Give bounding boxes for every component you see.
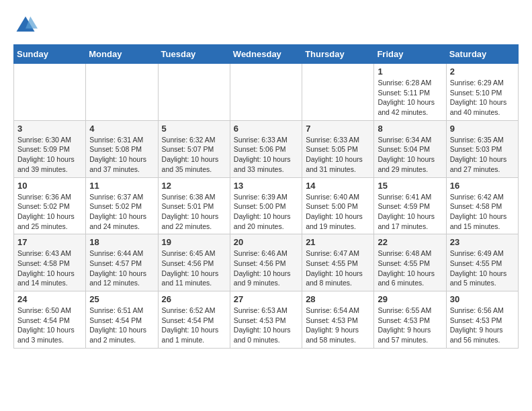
day-info: Sunrise: 6:28 AMSunset: 5:11 PMDaylight:… (378, 78, 442, 118)
day-info: Sunrise: 6:34 AMSunset: 5:04 PMDaylight:… (378, 135, 442, 175)
calendar: SundayMondayTuesdayWednesdayThursdayFrid… (13, 44, 519, 349)
day-number: 17 (17, 237, 82, 247)
day-number: 10 (17, 181, 82, 191)
calendar-cell: 23Sunrise: 6:49 AMSunset: 4:55 PMDayligh… (446, 234, 518, 291)
day-number: 12 (162, 181, 226, 191)
day-info: Sunrise: 6:49 AMSunset: 4:55 PMDaylight:… (450, 248, 515, 288)
day-info: Sunrise: 6:29 AMSunset: 5:10 PMDaylight:… (450, 78, 515, 118)
day-number: 24 (17, 294, 82, 304)
calendar-cell: 2Sunrise: 6:29 AMSunset: 5:10 PMDaylight… (446, 64, 518, 121)
day-info: Sunrise: 6:37 AMSunset: 5:02 PMDaylight:… (89, 192, 154, 232)
day-info: Sunrise: 6:36 AMSunset: 5:02 PMDaylight:… (17, 192, 82, 232)
calendar-cell: 13Sunrise: 6:39 AMSunset: 5:00 PMDayligh… (230, 177, 302, 234)
calendar-week-row: 24Sunrise: 6:50 AMSunset: 4:54 PMDayligh… (14, 291, 519, 349)
logo (13, 13, 42, 38)
day-number: 30 (450, 294, 515, 304)
day-number: 28 (306, 294, 370, 304)
calendar-cell: 28Sunrise: 6:54 AMSunset: 4:53 PMDayligh… (302, 291, 374, 349)
day-info: Sunrise: 6:53 AMSunset: 4:53 PMDaylight:… (234, 306, 298, 345)
day-info: Sunrise: 6:48 AMSunset: 4:55 PMDaylight:… (378, 248, 442, 288)
day-number: 1 (378, 66, 442, 77)
day-number: 21 (306, 237, 370, 247)
day-info: Sunrise: 6:40 AMSunset: 5:00 PMDaylight:… (306, 192, 370, 232)
day-info: Sunrise: 6:39 AMSunset: 5:00 PMDaylight:… (234, 192, 298, 232)
calendar-cell: 18Sunrise: 6:44 AMSunset: 4:57 PMDayligh… (86, 234, 158, 291)
calendar-cell: 11Sunrise: 6:37 AMSunset: 5:02 PMDayligh… (86, 177, 158, 234)
calendar-week-row: 10Sunrise: 6:36 AMSunset: 5:02 PMDayligh… (14, 177, 519, 234)
calendar-week-row: 3Sunrise: 6:30 AMSunset: 5:09 PMDaylight… (14, 120, 519, 177)
calendar-week-row: 1Sunrise: 6:28 AMSunset: 5:11 PMDaylight… (14, 64, 519, 121)
day-number: 3 (17, 124, 82, 134)
day-info: Sunrise: 6:47 AMSunset: 4:55 PMDaylight:… (306, 248, 370, 288)
day-number: 26 (162, 294, 226, 304)
day-number: 14 (306, 181, 370, 191)
calendar-cell (230, 64, 302, 121)
day-info: Sunrise: 6:51 AMSunset: 4:54 PMDaylight:… (89, 306, 154, 345)
calendar-cell (14, 64, 86, 121)
calendar-cell: 9Sunrise: 6:35 AMSunset: 5:03 PMDaylight… (446, 120, 518, 177)
calendar-cell (158, 64, 230, 121)
calendar-cell: 26Sunrise: 6:52 AMSunset: 4:54 PMDayligh… (158, 291, 230, 349)
calendar-cell: 8Sunrise: 6:34 AMSunset: 5:04 PMDaylight… (374, 120, 446, 177)
day-number: 2 (450, 66, 515, 77)
calendar-cell: 29Sunrise: 6:55 AMSunset: 4:53 PMDayligh… (374, 291, 446, 349)
day-info: Sunrise: 6:55 AMSunset: 4:53 PMDaylight:… (378, 306, 442, 345)
day-info: Sunrise: 6:33 AMSunset: 5:06 PMDaylight:… (234, 135, 298, 175)
calendar-cell: 15Sunrise: 6:41 AMSunset: 4:59 PMDayligh… (374, 177, 446, 234)
day-info: Sunrise: 6:50 AMSunset: 4:54 PMDaylight:… (17, 306, 82, 345)
day-info: Sunrise: 6:54 AMSunset: 4:53 PMDaylight:… (306, 306, 370, 345)
day-number: 25 (89, 294, 154, 304)
day-info: Sunrise: 6:46 AMSunset: 4:56 PMDaylight:… (234, 248, 298, 288)
day-number: 15 (378, 181, 442, 191)
calendar-cell: 24Sunrise: 6:50 AMSunset: 4:54 PMDayligh… (14, 291, 86, 349)
calendar-cell: 22Sunrise: 6:48 AMSunset: 4:55 PMDayligh… (374, 234, 446, 291)
weekday-header: Saturday (446, 45, 518, 64)
weekday-header: Monday (86, 45, 158, 64)
weekday-header: Tuesday (158, 45, 230, 64)
day-info: Sunrise: 6:32 AMSunset: 5:07 PMDaylight:… (162, 135, 226, 175)
day-info: Sunrise: 6:42 AMSunset: 4:58 PMDaylight:… (450, 192, 515, 232)
calendar-week-row: 17Sunrise: 6:43 AMSunset: 4:58 PMDayligh… (14, 234, 519, 291)
calendar-cell: 1Sunrise: 6:28 AMSunset: 5:11 PMDaylight… (374, 64, 446, 121)
weekday-header: Friday (374, 45, 446, 64)
weekday-header: Wednesday (230, 45, 302, 64)
calendar-cell: 20Sunrise: 6:46 AMSunset: 4:56 PMDayligh… (230, 234, 302, 291)
calendar-cell: 25Sunrise: 6:51 AMSunset: 4:54 PMDayligh… (86, 291, 158, 349)
day-info: Sunrise: 6:44 AMSunset: 4:57 PMDaylight:… (89, 248, 154, 288)
day-info: Sunrise: 6:45 AMSunset: 4:56 PMDaylight:… (162, 248, 226, 288)
day-number: 8 (378, 124, 442, 134)
weekday-header: Sunday (14, 45, 86, 64)
calendar-cell: 17Sunrise: 6:43 AMSunset: 4:58 PMDayligh… (14, 234, 86, 291)
weekday-header: Thursday (302, 45, 374, 64)
day-number: 20 (234, 237, 298, 247)
calendar-cell: 5Sunrise: 6:32 AMSunset: 5:07 PMDaylight… (158, 120, 230, 177)
calendar-cell: 6Sunrise: 6:33 AMSunset: 5:06 PMDaylight… (230, 120, 302, 177)
calendar-cell: 10Sunrise: 6:36 AMSunset: 5:02 PMDayligh… (14, 177, 86, 234)
calendar-cell: 3Sunrise: 6:30 AMSunset: 5:09 PMDaylight… (14, 120, 86, 177)
calendar-cell: 27Sunrise: 6:53 AMSunset: 4:53 PMDayligh… (230, 291, 302, 349)
logo-icon (13, 13, 38, 38)
day-number: 4 (89, 124, 154, 134)
day-info: Sunrise: 6:56 AMSunset: 4:53 PMDaylight:… (450, 306, 515, 345)
day-info: Sunrise: 6:38 AMSunset: 5:01 PMDaylight:… (162, 192, 226, 232)
day-info: Sunrise: 6:41 AMSunset: 4:59 PMDaylight:… (378, 192, 442, 232)
calendar-cell: 12Sunrise: 6:38 AMSunset: 5:01 PMDayligh… (158, 177, 230, 234)
day-info: Sunrise: 6:31 AMSunset: 5:08 PMDaylight:… (89, 135, 154, 175)
day-number: 29 (378, 294, 442, 304)
day-number: 7 (306, 124, 370, 134)
calendar-cell (86, 64, 158, 121)
day-info: Sunrise: 6:35 AMSunset: 5:03 PMDaylight:… (450, 135, 515, 175)
day-number: 18 (89, 237, 154, 247)
calendar-cell (302, 64, 374, 121)
calendar-cell: 21Sunrise: 6:47 AMSunset: 4:55 PMDayligh… (302, 234, 374, 291)
day-number: 9 (450, 124, 515, 134)
day-number: 11 (89, 181, 154, 191)
calendar-cell: 30Sunrise: 6:56 AMSunset: 4:53 PMDayligh… (446, 291, 518, 349)
calendar-cell: 14Sunrise: 6:40 AMSunset: 5:00 PMDayligh… (302, 177, 374, 234)
day-info: Sunrise: 6:30 AMSunset: 5:09 PMDaylight:… (17, 135, 82, 175)
calendar-cell: 16Sunrise: 6:42 AMSunset: 4:58 PMDayligh… (446, 177, 518, 234)
page-header (13, 13, 519, 38)
calendar-cell: 7Sunrise: 6:33 AMSunset: 5:05 PMDaylight… (302, 120, 374, 177)
day-info: Sunrise: 6:33 AMSunset: 5:05 PMDaylight:… (306, 135, 370, 175)
day-number: 6 (234, 124, 298, 134)
